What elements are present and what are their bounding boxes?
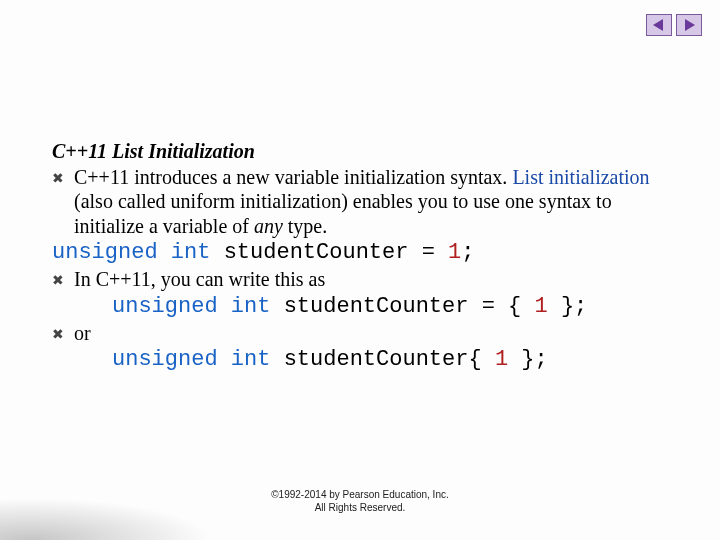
bullet-text: or [74, 321, 672, 345]
code-text: }; [548, 294, 588, 319]
code-number: 1 [495, 347, 508, 372]
bullet-marker: ✖ [52, 321, 74, 345]
svg-marker-1 [685, 19, 695, 31]
code-text: }; [508, 347, 548, 372]
text-span: C++11 introduces a new variable initiali… [74, 166, 512, 188]
prev-button[interactable] [646, 14, 672, 36]
bullet-item: ✖ or [52, 321, 672, 345]
code-text: studentCounter{ [284, 347, 495, 372]
bullet-marker: ✖ [52, 267, 74, 291]
nav-controls [646, 14, 702, 36]
prev-arrow-icon [652, 19, 666, 31]
link-text: List initialization [512, 166, 649, 188]
bullet-marker: ✖ [52, 165, 74, 189]
code-text: ; [461, 240, 474, 265]
slide-content: C++11 List Initialization ✖ C++11 introd… [52, 140, 672, 374]
code-line: unsigned int studentCounter = 1; [52, 240, 672, 265]
code-text: studentCounter = { [284, 294, 535, 319]
bullet-text: In C++11, you can write this as [74, 267, 672, 291]
text-span: type. [283, 215, 327, 237]
svg-marker-0 [653, 19, 663, 31]
footer-line: ©1992-2014 by Pearson Education, Inc. [0, 489, 720, 502]
code-number: 1 [534, 294, 547, 319]
bullet-item: ✖ In C++11, you can write this as [52, 267, 672, 291]
code-line: unsigned int studentCounter{ 1 }; [52, 347, 672, 372]
bullet-text: C++11 introduces a new variable initiali… [74, 165, 672, 238]
code-number: 1 [448, 240, 461, 265]
code-keyword: unsigned int [112, 347, 284, 372]
bullet-item: ✖ C++11 introduces a new variable initia… [52, 165, 672, 238]
slide-heading: C++11 List Initialization [52, 140, 672, 163]
next-arrow-icon [682, 19, 696, 31]
italic-text: any [254, 215, 283, 237]
copyright-footer: ©1992-2014 by Pearson Education, Inc. Al… [0, 489, 720, 514]
text-span: (also called uniform initialization) ena… [74, 190, 612, 236]
footer-line: All Rights Reserved. [0, 502, 720, 515]
code-line: unsigned int studentCounter = { 1 }; [52, 294, 672, 319]
code-keyword: unsigned int [52, 240, 224, 265]
code-keyword: unsigned int [112, 294, 284, 319]
code-text: studentCounter = [224, 240, 448, 265]
next-button[interactable] [676, 14, 702, 36]
